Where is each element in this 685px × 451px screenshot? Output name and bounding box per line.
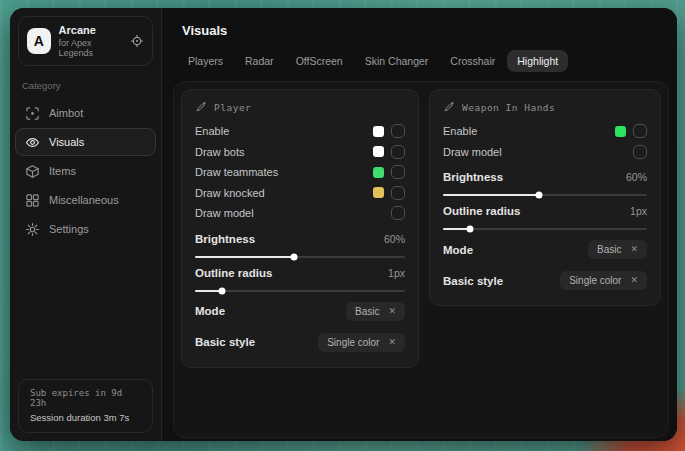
sidebar-item-label: Settings <box>49 223 89 235</box>
setting-row-mode: ModeBasic✕ <box>195 300 405 323</box>
tab-offscreen[interactable]: OffScreen <box>286 50 353 72</box>
slider-value: 60% <box>626 171 647 183</box>
setting-label: Enable <box>195 125 229 137</box>
content-container: PlayerEnableDraw botsDraw teammatesDraw … <box>173 81 669 438</box>
slider[interactable] <box>443 228 647 230</box>
setting-row-enable: Enable <box>443 121 647 142</box>
panel-header: Weapon In Hands <box>443 101 647 113</box>
crosshair-icon <box>25 106 40 121</box>
slider-thumb[interactable] <box>219 287 226 294</box>
page-title: Visuals <box>162 8 677 38</box>
setting-label: Draw model <box>443 146 502 158</box>
checkbox[interactable] <box>633 124 647 138</box>
panel-title: Player <box>214 102 251 113</box>
sidebar-item-aimbot[interactable]: Aimbot <box>15 99 156 127</box>
setting-row-brightness: Brightness60% <box>195 231 405 258</box>
tab-bar: PlayersRadarOffScreenSkin ChangerCrossha… <box>162 38 677 72</box>
setting-row-enable: Enable <box>195 121 405 142</box>
select-value: Basic <box>597 244 621 255</box>
checkbox[interactable] <box>391 186 405 200</box>
select-label: Basic style <box>443 275 503 287</box>
sidebar-item-items[interactable]: Items <box>15 157 156 185</box>
tab-radar[interactable]: Radar <box>235 50 284 72</box>
app-subtitle: for Apex Legends <box>59 38 122 58</box>
session-duration-text: Session duration 3m 7s <box>30 412 141 423</box>
setting-controls <box>373 186 405 200</box>
setting-row-mode: ModeBasic✕ <box>443 238 647 261</box>
tab-highlight[interactable]: Highlight <box>507 50 568 72</box>
slider-value: 1px <box>388 267 405 279</box>
color-swatch[interactable] <box>373 126 384 137</box>
app-title-block: Arcane for Apex Legends <box>59 24 122 58</box>
setting-row-draw-bots: Draw bots <box>195 142 405 163</box>
panel-title: Weapon In Hands <box>462 102 555 113</box>
slider-thumb[interactable] <box>535 192 542 199</box>
slider-label: Outline radius <box>443 205 520 217</box>
select-basic-style[interactable]: Single color✕ <box>318 333 405 352</box>
app-name: Arcane <box>59 24 122 36</box>
tab-crosshair[interactable]: Crosshair <box>440 50 505 72</box>
category-label: Category <box>22 80 149 91</box>
setting-controls <box>373 124 405 138</box>
color-swatch[interactable] <box>373 167 384 178</box>
slider-fill <box>195 256 294 258</box>
app-logo: A <box>27 28 51 54</box>
sidebar-nav: AimbotVisualsItemsMiscellaneousSettings <box>10 99 161 243</box>
setting-row-brightness: Brightness60% <box>443 169 647 196</box>
checkbox[interactable] <box>633 145 647 159</box>
slider-label: Outline radius <box>195 267 272 279</box>
setting-controls <box>373 145 405 159</box>
select-label: Basic style <box>195 336 255 348</box>
setting-label: Enable <box>443 125 477 137</box>
setting-row-basic-style: Basic styleSingle color✕ <box>443 269 647 292</box>
checkbox[interactable] <box>391 124 405 138</box>
scope-gear-icon[interactable] <box>130 34 144 48</box>
close-icon[interactable]: ✕ <box>630 276 638 285</box>
checkbox[interactable] <box>391 206 405 220</box>
slider-label: Brightness <box>443 171 503 183</box>
color-swatch[interactable] <box>373 146 384 157</box>
setting-row-basic-style: Basic styleSingle color✕ <box>195 331 405 354</box>
slider-label: Brightness <box>195 233 255 245</box>
wand-icon <box>195 101 207 113</box>
close-icon[interactable]: ✕ <box>388 307 396 316</box>
panel-header: Player <box>195 101 405 113</box>
select-mode[interactable]: Basic✕ <box>588 240 647 259</box>
sidebar-item-visuals[interactable]: Visuals <box>15 128 156 156</box>
select-label: Mode <box>195 305 225 317</box>
slider-header: Outline radius1px <box>443 203 647 219</box>
sidebar: A Arcane for Apex Legends Category Aimbo… <box>10 8 162 441</box>
slider[interactable] <box>195 256 405 258</box>
slider-thumb[interactable] <box>290 253 297 260</box>
eye-icon <box>25 135 40 150</box>
tab-skin-changer[interactable]: Skin Changer <box>355 50 439 72</box>
tab-players[interactable]: Players <box>178 50 233 72</box>
checkbox[interactable] <box>391 165 405 179</box>
slider-thumb[interactable] <box>466 226 473 233</box>
setting-controls <box>633 145 647 159</box>
slider-value: 1px <box>630 205 647 217</box>
sidebar-item-miscellaneous[interactable]: Miscellaneous <box>15 186 156 214</box>
setting-label: Draw teammates <box>195 166 278 178</box>
gear-icon <box>25 222 40 237</box>
color-swatch[interactable] <box>373 187 384 198</box>
panel-player: PlayerEnableDraw botsDraw teammatesDraw … <box>181 89 419 368</box>
sidebar-spacer <box>10 243 161 371</box>
select-basic-style[interactable]: Single color✕ <box>560 271 647 290</box>
app-header: A Arcane for Apex Legends <box>18 16 153 66</box>
select-mode[interactable]: Basic✕ <box>346 302 405 321</box>
close-icon[interactable]: ✕ <box>388 338 396 347</box>
slider[interactable] <box>195 290 405 292</box>
slider[interactable] <box>443 194 647 196</box>
slider-header: Brightness60% <box>443 169 647 185</box>
checkbox[interactable] <box>391 145 405 159</box>
setting-row-draw-model: Draw model <box>443 142 647 163</box>
select-value: Single color <box>569 275 621 286</box>
setting-label: Draw bots <box>195 146 245 158</box>
setting-row-outline-radius: Outline radius1px <box>195 265 405 292</box>
close-icon[interactable]: ✕ <box>630 245 638 254</box>
color-swatch[interactable] <box>615 126 626 137</box>
sidebar-item-label: Visuals <box>49 136 84 148</box>
sidebar-item-settings[interactable]: Settings <box>15 215 156 243</box>
sidebar-item-label: Items <box>49 165 76 177</box>
